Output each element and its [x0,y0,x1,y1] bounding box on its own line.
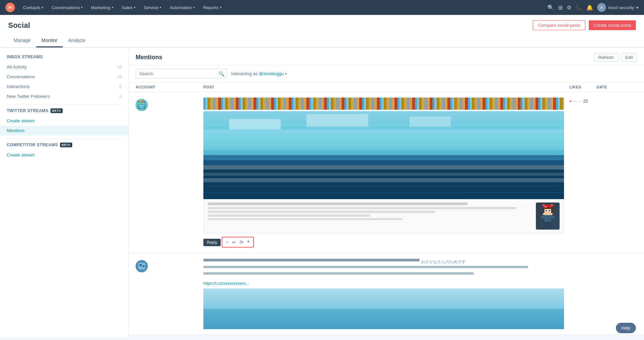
chevron-down-icon[interactable]: ▾ [285,72,287,76]
svg-rect-33 [541,216,544,218]
nav-conversations[interactable]: Conversations ▾ [48,3,86,12]
interacting-account-link[interactable]: @zenidoggu [259,71,284,76]
account-cell-2 [136,259,203,272]
svg-rect-23 [550,204,553,206]
post-cell-2: おさかなさんのためです https://t.co/xxxxxxxxxxx... [203,259,569,329]
svg-rect-21 [545,206,546,208]
post-embed-box [203,199,564,233]
quote-button[interactable]: ❝ [247,239,250,245]
col-likes: LIKES [569,85,597,89]
user-menu[interactable]: A Asvd security ▾ [597,3,639,12]
date-cell-2 [597,259,637,260]
nav-items: Contacts ▾ Conversations ▾ Marketing ▾ S… [20,3,545,12]
svg-rect-36 [548,222,550,226]
sidebar-item-label: Conversations [7,74,117,79]
avatar-2 [136,260,148,272]
chevron-down-icon: ▾ [112,6,114,9]
create-stream-1-link[interactable]: Create stream [0,116,128,126]
sidebar-item-label: Mentions [7,128,122,133]
retweet-button[interactable]: ⟳ [240,239,244,245]
apps-icon[interactable]: ⊞ [558,4,563,11]
svg-rect-15 [203,160,564,199]
col-post: POST [203,85,569,89]
heart-button[interactable]: ♥ [226,239,228,245]
nav-sales[interactable]: Sales ▾ [118,3,139,12]
divider-2 [7,139,122,139]
chevron-down-icon: ▾ [160,6,161,9]
svg-rect-19 [203,178,564,182]
search-bar: 🔍 Interacting as @zenidoggu ▾ [129,65,644,82]
likes-count: 23 [583,99,588,104]
table-row: おさかなさんのためです https://t.co/xxxxxxxxxxx... [129,253,644,335]
svg-rect-12 [229,119,281,129]
tab-analyze[interactable]: Analyze [63,34,90,47]
svg-rect-28 [549,210,550,211]
search-input[interactable] [136,69,227,79]
sidebar-item-label: New Twitter Followers [7,94,119,99]
bell-icon[interactable]: 🔔 [586,4,593,11]
sidebar-item-label: Interactions [7,84,119,89]
sidebar-item-all-activity[interactable]: All Activity 15 [0,62,128,72]
create-social-posts-button[interactable]: Create social posts [589,20,636,30]
content-area: Mentions Refresh Edit 🔍 Interacting as @… [129,48,644,337]
reply-button[interactable]: ↩ [232,239,236,245]
nav-service[interactable]: Service ▾ [140,3,165,12]
svg-rect-22 [542,204,545,206]
tab-manage[interactable]: Manage [8,34,36,47]
svg-rect-42 [203,309,564,329]
chevron-down-icon: ▾ [134,6,136,9]
sidebar-item-count: 15 [117,65,122,69]
refresh-button[interactable]: Refresh [594,53,618,62]
svg-rect-31 [542,208,553,209]
svg-rect-18 [203,173,564,176]
twitter-streams-title: Twitter Streams [7,108,48,113]
hubspot-logo[interactable]: H [5,3,15,12]
svg-rect-6 [144,102,145,103]
search-icon: 🔍 [219,71,224,77]
nav-reports[interactable]: Reports ▾ [200,3,225,12]
phone-icon[interactable]: 📞 [576,4,582,11]
mentions-panel: Mentions Refresh Edit 🔍 Interacting as @… [129,48,644,337]
table-row: Reply ♥ ↩ ⟳ ❝ ● — — [129,92,644,253]
mentions-header: Mentions Refresh Edit [129,48,644,65]
chevron-down-icon: ▾ [636,5,639,10]
nav-marketing[interactable]: Marketing ▾ [87,3,117,12]
likes-cell-2 [569,259,597,260]
svg-rect-5 [141,102,142,103]
beta-badge: BETA [51,108,63,113]
nav-contacts[interactable]: Contacts ▾ [20,3,47,12]
chevron-down-icon: ▾ [220,6,222,9]
tab-monitor[interactable]: Monitor [36,34,63,47]
nav-automation[interactable]: Automation ▾ [166,3,198,12]
svg-rect-39 [140,264,142,266]
likes-cell: ● — — 23 [569,98,597,104]
search-icon[interactable]: 🔍 [547,4,554,11]
create-stream-2-link[interactable]: Create stream [0,150,128,160]
sidebar-item-conversations[interactable]: Conversations 15 [0,72,128,82]
chevron-down-icon: ▾ [193,6,195,9]
post-link[interactable]: https://t.co/xxxxxxxxxxx... [203,281,564,286]
post-cell: Reply ♥ ↩ ⟳ ❝ [203,98,569,248]
post-text: おさかなさんのためです [203,259,564,278]
compare-social-posts-button[interactable]: Compare social posts [533,20,585,30]
svg-rect-35 [545,222,548,226]
svg-rect-2 [140,100,141,102]
sidebar-item-count: 15 [117,75,122,79]
sidebar-item-interactions[interactable]: Interactions 0 [0,82,128,91]
edit-button[interactable]: Edit [621,53,637,62]
svg-rect-13 [306,114,368,127]
interacting-as-label: Interacting as [231,71,258,76]
settings-icon[interactable]: ⚙ [567,4,571,11]
action-buttons-wrap: Reply ♥ ↩ ⟳ ❝ [203,237,254,248]
svg-rect-40 [142,265,144,267]
col-account: ACCOUNT [136,85,203,89]
pixel-character [536,203,560,230]
top-navigation: H Contacts ▾ Conversations ▾ Marketing ▾… [0,0,644,15]
sidebar-item-new-twitter-followers[interactable]: New Twitter Followers 0 [0,91,128,101]
page-title: Social [8,21,533,34]
post-image-2 [203,289,564,329]
avatar: A [597,3,606,12]
help-button[interactable]: Help [616,323,636,333]
svg-rect-16 [203,155,564,165]
sidebar-item-mentions[interactable]: Mentions [0,126,128,135]
